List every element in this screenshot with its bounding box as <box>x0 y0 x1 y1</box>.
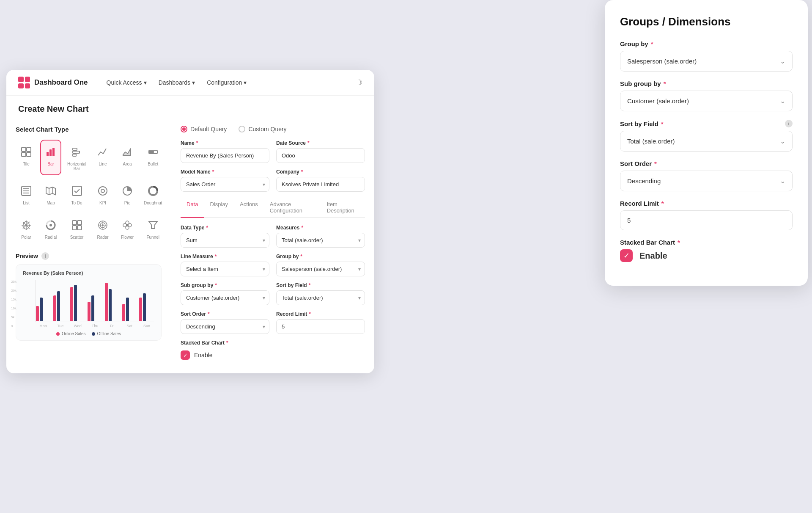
enable-checkbox[interactable]: ✓ <box>181 350 190 360</box>
tab-display[interactable]: Display <box>204 198 234 218</box>
chevron-down-icon: ▾ <box>192 79 195 86</box>
line-measure-label: Line Measure * <box>181 254 269 259</box>
tab-advance[interactable]: Advance Configuration <box>264 198 321 218</box>
form-group-group-by: Group by * Salesperson (sale.order) ▾ <box>276 254 365 276</box>
chart-icon-scatter[interactable]: Scatter <box>65 213 89 244</box>
sort-order-label: Sort Order * <box>181 311 269 317</box>
group-by-select[interactable]: Salesperson (sale.order) <box>276 262 365 276</box>
chart-icon-area[interactable]: Area <box>117 140 138 175</box>
bar-group-sat <box>122 298 137 321</box>
tab-item-desc[interactable]: Item Description <box>321 198 365 218</box>
chart-icon-pie[interactable]: Pie <box>117 179 138 210</box>
rp-sub-group-by: Sub group by * Customer (sale.order) ⌄ <box>620 80 793 111</box>
group-by-select-wrapper: Salesperson (sale.order) ▾ <box>276 262 365 276</box>
bar-group-mon <box>36 298 51 321</box>
line-measure-select-wrapper: Select a Item ▾ <box>181 262 269 276</box>
bar-dark-wed <box>74 285 77 321</box>
bar-dark-fri <box>109 289 112 321</box>
model-name-select[interactable]: Sales Order <box>181 177 269 192</box>
form-section: Default Query Custom Query Name * <box>171 118 374 373</box>
svg-point-20 <box>99 187 107 195</box>
chart-icon-map[interactable]: Map <box>40 179 61 210</box>
sort-order-select[interactable]: Descending <box>181 319 269 334</box>
sub-group-select[interactable]: Customer (sale.order) <box>181 290 269 305</box>
rp-enable-checkbox[interactable]: ✓ <box>620 249 633 262</box>
measures-select[interactable]: Total (sale.order) <box>276 233 365 248</box>
record-limit-label: Record Limit * <box>276 311 365 317</box>
nav-quick-access[interactable]: Quick Access ▾ <box>107 79 147 86</box>
chart-icon-hbar[interactable]: Horizontal Bar <box>65 140 89 175</box>
rp-sort-order: Sort Order * Descending ⌄ <box>620 160 793 191</box>
form-row-name-date: Name * Date Source * <box>181 140 365 163</box>
enable-label: Enable <box>194 352 213 359</box>
rp-group-by-label: Group by * <box>620 40 793 47</box>
rp-sort-field-select[interactable]: Total (sale.order) ⌄ <box>620 131 793 152</box>
query-radio-row: Default Query Custom Query <box>181 126 365 132</box>
chart-x-labels: Mon Tue Wed Thu Fri Sat Sun <box>36 324 154 328</box>
rp-record-limit-input[interactable]: 5 <box>620 210 793 230</box>
tab-actions[interactable]: Actions <box>234 198 264 218</box>
nav-configuration[interactable]: Configuration ▾ <box>207 79 247 86</box>
moon-icon[interactable]: ☽ <box>356 78 362 87</box>
measures-select-wrapper: Total (sale.order) ▾ <box>276 233 365 248</box>
line-measure-select[interactable]: Select a Item <box>181 262 269 276</box>
name-input[interactable] <box>181 148 269 163</box>
bar-chart-wrapper: 25k 20k 15k 10k 5k 0 <box>23 280 154 328</box>
radio-default-query[interactable]: Default Query <box>181 126 227 132</box>
data-type-select[interactable]: Sum <box>181 233 269 248</box>
rp-group-by-select[interactable]: Salesperson (sale.order) ⌄ <box>620 51 793 72</box>
preview-info-icon[interactable]: i <box>41 252 49 260</box>
nav-dashboards[interactable]: Dashboards ▾ <box>159 79 195 86</box>
sort-field-label: Sort by Field * <box>276 282 365 288</box>
preview-title: Preview i <box>16 252 162 260</box>
chart-icon-kpi[interactable]: KPI <box>92 179 113 210</box>
chart-icon-list[interactable]: List <box>16 179 37 210</box>
form-group-stacked: Stacked Bar Chart * ✓ Enable <box>181 340 365 360</box>
sort-field-info-icon[interactable]: i <box>785 120 793 127</box>
chart-icon-doughnut[interactable]: Doughnut <box>141 179 165 210</box>
chart-icons-grid: Tile Bar Horizontal Bar <box>16 140 162 244</box>
svg-rect-0 <box>22 147 26 152</box>
sub-group-select-wrapper: Customer (sale.order) ▾ <box>181 290 269 305</box>
model-name-label: Model Name * <box>181 169 269 175</box>
preview-chart-title: Revenue By (Sales Person) <box>23 270 154 276</box>
bar-dark-sat <box>126 298 129 321</box>
chart-icon-radial[interactable]: Radial <box>40 213 61 244</box>
rp-sort-field-label: Sort by Field * i <box>620 120 793 127</box>
tab-data[interactable]: Data <box>181 198 204 218</box>
form-row-line-group: Line Measure * Select a Item ▾ Group by … <box>181 254 365 276</box>
radio-circle-custom <box>239 126 245 132</box>
chart-icon-radar[interactable]: Radar <box>92 213 113 244</box>
right-panel-title: Groups / Dimensions <box>620 15 793 28</box>
chart-type-section: Select Chart Type Tile Bar <box>6 118 171 373</box>
rp-record-limit: Record Limit * 5 <box>620 200 793 230</box>
form-group-name: Name * <box>181 140 269 163</box>
svg-rect-32 <box>77 221 82 225</box>
legend-dot-offline <box>92 332 95 336</box>
chart-icon-line[interactable]: Line <box>92 140 113 175</box>
svg-rect-7 <box>73 148 77 150</box>
record-limit-input[interactable] <box>276 319 365 334</box>
date-source-input[interactable] <box>276 148 365 163</box>
chart-icon-todo[interactable]: To Do <box>65 179 89 210</box>
group-by-label: Group by * <box>276 254 365 259</box>
chart-icon-tile[interactable]: Tile <box>16 140 37 175</box>
chart-icon-funnel[interactable]: Funnel <box>141 213 165 244</box>
rp-group-by: Group by * Salesperson (sale.order) ⌄ <box>620 40 793 72</box>
rp-sort-order-select[interactable]: Descending ⌄ <box>620 171 793 191</box>
sort-order-select-wrapper: Descending ▾ <box>181 319 269 334</box>
chart-type-title: Select Chart Type <box>16 126 162 133</box>
sort-field-select[interactable]: Total (sale.order) <box>276 290 365 305</box>
chart-icon-flower[interactable]: Flower <box>117 213 138 244</box>
rp-sub-group-select[interactable]: Customer (sale.order) ⌄ <box>620 91 793 111</box>
chart-icon-polar[interactable]: Polar <box>16 213 37 244</box>
measures-label: Measures * <box>276 225 365 231</box>
svg-point-30 <box>49 224 52 226</box>
chart-icon-bar[interactable]: Bar <box>40 140 61 175</box>
bar-pink-sat <box>122 304 125 321</box>
page-title-bar: Create New Chart <box>6 96 374 118</box>
radio-custom-query[interactable]: Custom Query <box>239 126 286 132</box>
form-row-sort-record: Sort Order * Descending ▾ Record Limit * <box>181 311 365 334</box>
company-input[interactable] <box>276 177 365 192</box>
chart-icon-bullet[interactable]: Bullet <box>141 140 165 175</box>
